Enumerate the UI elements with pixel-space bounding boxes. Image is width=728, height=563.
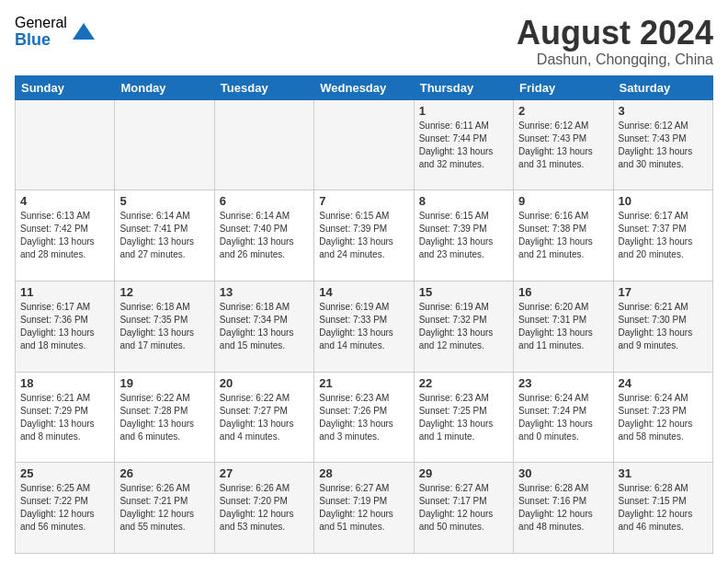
calendar-week-row: 1Sunrise: 6:11 AM Sunset: 7:44 PM Daylig…	[16, 99, 713, 190]
day-number: 28	[319, 466, 408, 480]
day-info: Sunrise: 6:24 AM Sunset: 7:24 PM Dayligh…	[518, 392, 608, 443]
day-number: 29	[419, 466, 508, 480]
day-number: 26	[119, 466, 209, 480]
table-row: 13Sunrise: 6:18 AM Sunset: 7:34 PM Dayli…	[214, 281, 313, 372]
day-info: Sunrise: 6:27 AM Sunset: 7:19 PM Dayligh…	[319, 482, 408, 534]
day-number: 20	[220, 376, 309, 390]
day-number: 1	[419, 104, 508, 118]
day-number: 31	[619, 466, 708, 480]
table-row: 8Sunrise: 6:15 AM Sunset: 7:39 PM Daylig…	[414, 190, 513, 282]
day-info: Sunrise: 6:27 AM Sunset: 7:17 PM Dayligh…	[419, 482, 508, 534]
day-info: Sunrise: 6:24 AM Sunset: 7:23 PM Dayligh…	[619, 392, 708, 443]
day-number: 11	[20, 285, 109, 299]
day-number: 7	[319, 194, 408, 208]
table-row: 1Sunrise: 6:11 AM Sunset: 7:44 PM Daylig…	[414, 99, 513, 190]
day-info: Sunrise: 6:12 AM Sunset: 7:43 PM Dayligh…	[518, 120, 608, 171]
col-saturday: Saturday	[613, 75, 712, 99]
day-number: 9	[518, 194, 608, 208]
table-row: 9Sunrise: 6:16 AM Sunset: 7:38 PM Daylig…	[514, 190, 613, 282]
day-info: Sunrise: 6:26 AM Sunset: 7:20 PM Dayligh…	[220, 482, 309, 534]
table-row: 28Sunrise: 6:27 AM Sunset: 7:19 PM Dayli…	[314, 463, 414, 554]
day-number: 3	[619, 104, 708, 118]
day-info: Sunrise: 6:16 AM Sunset: 7:38 PM Dayligh…	[518, 210, 608, 261]
table-row: 29Sunrise: 6:27 AM Sunset: 7:17 PM Dayli…	[414, 463, 513, 554]
title-block: August 2024 Dashun, Chongqing, China	[517, 15, 713, 68]
svg-marker-0	[73, 23, 95, 40]
table-row: 3Sunrise: 6:12 AM Sunset: 7:43 PM Daylig…	[613, 99, 712, 190]
day-info: Sunrise: 6:18 AM Sunset: 7:34 PM Dayligh…	[220, 301, 309, 352]
col-thursday: Thursday	[414, 75, 513, 99]
day-info: Sunrise: 6:14 AM Sunset: 7:41 PM Dayligh…	[119, 210, 209, 261]
table-row: 20Sunrise: 6:22 AM Sunset: 7:27 PM Dayli…	[214, 372, 313, 463]
day-info: Sunrise: 6:22 AM Sunset: 7:27 PM Dayligh…	[220, 392, 309, 443]
logo-general: General	[15, 15, 67, 31]
day-number: 27	[220, 466, 309, 480]
day-info: Sunrise: 6:25 AM Sunset: 7:22 PM Dayligh…	[20, 482, 109, 534]
table-row	[115, 99, 214, 190]
day-number: 18	[20, 376, 109, 390]
table-row: 2Sunrise: 6:12 AM Sunset: 7:43 PM Daylig…	[514, 99, 613, 190]
day-info: Sunrise: 6:19 AM Sunset: 7:33 PM Dayligh…	[319, 301, 408, 352]
day-info: Sunrise: 6:26 AM Sunset: 7:21 PM Dayligh…	[119, 482, 209, 534]
day-number: 21	[319, 376, 408, 390]
day-info: Sunrise: 6:22 AM Sunset: 7:28 PM Dayligh…	[119, 392, 209, 443]
table-row	[314, 99, 414, 190]
table-row: 27Sunrise: 6:26 AM Sunset: 7:20 PM Dayli…	[214, 463, 313, 554]
day-number: 25	[20, 466, 109, 480]
col-wednesday: Wednesday	[314, 75, 414, 99]
day-number: 19	[119, 376, 209, 390]
table-row: 15Sunrise: 6:19 AM Sunset: 7:32 PM Dayli…	[414, 281, 513, 372]
day-number: 5	[119, 194, 209, 208]
logo-icon	[71, 19, 97, 45]
table-row: 24Sunrise: 6:24 AM Sunset: 7:23 PM Dayli…	[613, 372, 712, 463]
calendar-week-row: 25Sunrise: 6:25 AM Sunset: 7:22 PM Dayli…	[16, 463, 713, 554]
logo-text: General Blue	[15, 15, 67, 49]
day-number: 13	[220, 285, 309, 299]
day-number: 16	[518, 285, 608, 299]
day-number: 12	[119, 285, 209, 299]
day-info: Sunrise: 6:28 AM Sunset: 7:16 PM Dayligh…	[518, 482, 608, 534]
day-number: 15	[419, 285, 508, 299]
header: General Blue August 2024 Dashun, Chongqi…	[15, 15, 713, 68]
table-row: 25Sunrise: 6:25 AM Sunset: 7:22 PM Dayli…	[16, 463, 115, 554]
table-row: 4Sunrise: 6:13 AM Sunset: 7:42 PM Daylig…	[16, 190, 115, 282]
day-info: Sunrise: 6:18 AM Sunset: 7:35 PM Dayligh…	[119, 301, 209, 352]
day-info: Sunrise: 6:20 AM Sunset: 7:31 PM Dayligh…	[518, 301, 608, 352]
col-tuesday: Tuesday	[214, 75, 313, 99]
calendar-week-row: 18Sunrise: 6:21 AM Sunset: 7:29 PM Dayli…	[16, 372, 713, 463]
calendar-header-row: Sunday Monday Tuesday Wednesday Thursday…	[16, 75, 713, 99]
day-number: 14	[319, 285, 408, 299]
table-row: 12Sunrise: 6:18 AM Sunset: 7:35 PM Dayli…	[115, 281, 214, 372]
table-row: 31Sunrise: 6:28 AM Sunset: 7:15 PM Dayli…	[613, 463, 712, 554]
table-row: 30Sunrise: 6:28 AM Sunset: 7:16 PM Dayli…	[514, 463, 613, 554]
day-info: Sunrise: 6:23 AM Sunset: 7:26 PM Dayligh…	[319, 392, 408, 443]
table-row: 19Sunrise: 6:22 AM Sunset: 7:28 PM Dayli…	[115, 372, 214, 463]
day-info: Sunrise: 6:21 AM Sunset: 7:29 PM Dayligh…	[20, 392, 109, 443]
table-row: 17Sunrise: 6:21 AM Sunset: 7:30 PM Dayli…	[613, 281, 712, 372]
day-number: 30	[518, 466, 608, 480]
table-row: 5Sunrise: 6:14 AM Sunset: 7:41 PM Daylig…	[115, 190, 214, 282]
day-info: Sunrise: 6:23 AM Sunset: 7:25 PM Dayligh…	[419, 392, 508, 443]
logo: General Blue	[15, 15, 97, 49]
day-number: 10	[619, 194, 708, 208]
day-number: 6	[220, 194, 309, 208]
table-row: 14Sunrise: 6:19 AM Sunset: 7:33 PM Dayli…	[314, 281, 414, 372]
day-number: 23	[518, 376, 608, 390]
month-title: August 2024	[517, 15, 713, 52]
table-row: 10Sunrise: 6:17 AM Sunset: 7:37 PM Dayli…	[613, 190, 712, 282]
day-info: Sunrise: 6:11 AM Sunset: 7:44 PM Dayligh…	[419, 120, 508, 171]
table-row: 23Sunrise: 6:24 AM Sunset: 7:24 PM Dayli…	[514, 372, 613, 463]
day-number: 8	[419, 194, 508, 208]
day-number: 2	[518, 104, 608, 118]
day-info: Sunrise: 6:13 AM Sunset: 7:42 PM Dayligh…	[20, 210, 109, 261]
col-sunday: Sunday	[16, 75, 115, 99]
location: Dashun, Chongqing, China	[517, 52, 713, 68]
day-info: Sunrise: 6:15 AM Sunset: 7:39 PM Dayligh…	[419, 210, 508, 261]
calendar-week-row: 11Sunrise: 6:17 AM Sunset: 7:36 PM Dayli…	[16, 281, 713, 372]
day-number: 17	[619, 285, 708, 299]
table-row	[16, 99, 115, 190]
day-info: Sunrise: 6:19 AM Sunset: 7:32 PM Dayligh…	[419, 301, 508, 352]
day-info: Sunrise: 6:17 AM Sunset: 7:36 PM Dayligh…	[20, 301, 109, 352]
logo-blue: Blue	[15, 31, 67, 50]
page: General Blue August 2024 Dashun, Chongqi…	[0, 0, 728, 563]
